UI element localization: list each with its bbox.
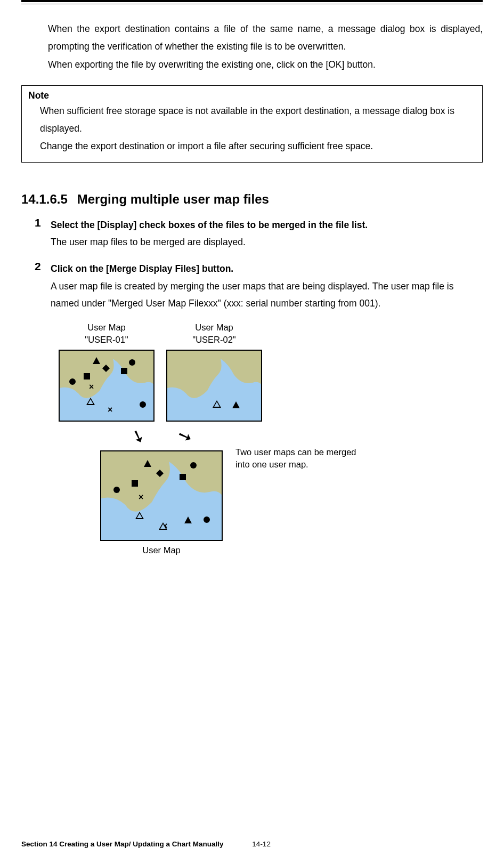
footer-page-number: 14-12 <box>252 840 271 848</box>
merged-map-label: User Map <box>100 545 223 555</box>
merged-map-illustration: × × ! ! <box>100 450 223 541</box>
section-heading: 14.1.6.5Merging multiple user map files <box>21 192 483 207</box>
page-footer: Section 14 Creating a User Map/ Updating… <box>21 840 271 848</box>
map1-label: User Map "USER-01" <box>59 321 155 346</box>
step-1-body: The user map files to be merged are disp… <box>51 233 483 251</box>
merge-caption-line1: Two user maps can be merged <box>235 447 356 457</box>
note-paragraph-2: Change the export destination or import … <box>40 138 476 155</box>
note-paragraph-1: When sufficient free storage space is no… <box>40 102 476 138</box>
map2-label-line2: "USER-02" <box>192 335 235 344</box>
intro-block: When the export destination contains a f… <box>48 20 483 74</box>
intro-paragraph-1: When the export destination contains a f… <box>48 20 483 56</box>
arrow-down-right-icon: ➘ <box>174 424 194 448</box>
section-number: 14.1.6.5 <box>21 192 68 206</box>
merge-arrows: ➘ ➘ <box>59 426 264 446</box>
note-box: Note When sufficient free storage space … <box>21 85 483 163</box>
step-2-body: A user map file is created by merging th… <box>51 278 483 312</box>
header-rule <box>21 0 483 4</box>
map1-label-line1: User Map <box>87 322 126 332</box>
step-2-title: Click on the [Merge Display Files] butto… <box>51 260 483 277</box>
step-1: 1 Select the [Display] check boxes of th… <box>35 216 483 251</box>
step-2-number: 2 <box>35 260 51 312</box>
intro-paragraph-2: When exporting the file by overwriting t… <box>48 56 483 74</box>
merge-caption: Two user maps can be merged into one use… <box>235 446 356 472</box>
user-map-1-illustration: × × ! <box>59 350 155 422</box>
map2-label: User Map "USER-02" <box>166 321 262 346</box>
map2-label-line1: User Map <box>195 322 233 332</box>
arrow-down-left-icon: ➘ <box>128 424 148 448</box>
step-1-number: 1 <box>35 216 51 251</box>
merge-diagram: User Map "USER-01" × × ! <box>59 321 483 555</box>
step-1-title: Select the [Display] check boxes of the … <box>51 216 483 233</box>
section-title: Merging multiple user map files <box>77 192 269 206</box>
footer-section: Section 14 Creating a User Map/ Updating… <box>21 840 224 848</box>
map1-label-line2: "USER-01" <box>85 335 128 344</box>
note-title: Note <box>28 90 476 101</box>
user-map-2-illustration: ! <box>166 350 262 422</box>
step-2: 2 Click on the [Merge Display Files] but… <box>35 260 483 312</box>
merge-caption-line2: into one user map. <box>235 459 308 469</box>
